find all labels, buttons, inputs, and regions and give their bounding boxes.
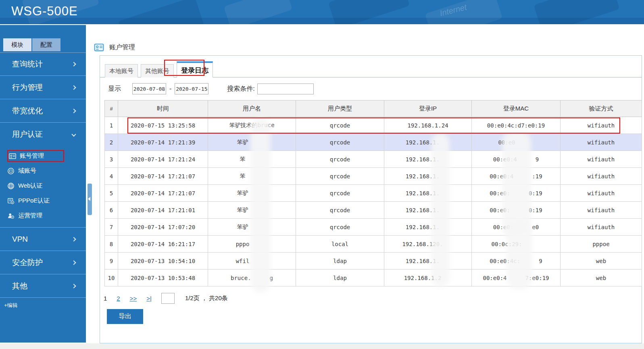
sidebar-item-account-mgmt[interactable]: 账号管理 <box>0 148 86 163</box>
cell-auth-method: web <box>561 253 642 270</box>
chevron-right-icon <box>71 284 76 288</box>
cell-index: 2 <box>105 134 118 151</box>
cell-login-ip: 192.168.1. <box>384 185 472 202</box>
login-log-table: # 时间 用户名 用户类型 登录IP 登录MAC 验证方式 1 2020-07-… <box>104 100 642 286</box>
cell-usertype: qrcode <box>296 134 384 151</box>
sidebar-collapse-handle[interactable] <box>88 184 92 215</box>
sidebar-item-operation-mgmt[interactable]: 运营管理 <box>0 208 86 223</box>
cell-login-ip: 192.168.1. <box>384 168 472 185</box>
cell-login-ip: 192.168.1.2 <box>384 270 472 286</box>
cell-login-mac: 00:e0:e0 <box>472 219 561 236</box>
cell-login-ip: 192.168.1. <box>384 202 472 219</box>
sidebar-item-label: 运营管理 <box>18 212 42 219</box>
col-header-auth-method: 验证方式 <box>561 100 642 117</box>
content-panel: 本地账号 其他账号 登录日志 显示 - 搜索条件: # 时间 用户名 用户类型 … <box>100 55 642 343</box>
page-last-link[interactable]: >| <box>146 295 152 302</box>
cell-login-mac: 00:e0:0:19 <box>472 185 561 202</box>
col-header-usertype: 用户类型 <box>296 100 384 117</box>
sidebar-item-bandwidth[interactable]: 带宽优化 <box>0 99 86 123</box>
cell-time: 2020-07-14 17:21:39 <box>118 134 208 151</box>
cell-auth-method: wifiauth <box>561 185 642 202</box>
cell-username: 笨 <box>208 168 296 185</box>
sidebar-submenu-user-auth: 账号管理 域账号 Web认证 <box>0 146 86 228</box>
cell-usertype: qrcode <box>296 185 384 202</box>
cell-login-mac: 00:e0 <box>472 134 561 151</box>
date-from-input[interactable] <box>132 83 166 94</box>
table-row[interactable]: 2 2020-07-14 17:21:39 笨驴 qrcode 192.168.… <box>105 134 642 151</box>
cell-login-ip: 192.168.1. <box>384 151 472 168</box>
chevron-down-icon <box>71 132 76 136</box>
sidebar-item-domain-account[interactable]: 域账号 <box>0 163 86 178</box>
sidebar-item-web-auth[interactable]: Web认证 <box>0 178 86 193</box>
tab-local-accounts[interactable]: 本地账号 <box>105 64 138 77</box>
date-to-input[interactable] <box>175 83 208 94</box>
cell-username: 笨驴 <box>208 219 296 236</box>
page-next-link[interactable]: >> <box>130 295 137 302</box>
cell-time: 2020-07-14 17:21:24 <box>118 151 208 168</box>
col-header-username: 用户名 <box>208 100 296 117</box>
cell-time: 2020-07-14 16:21:17 <box>118 236 208 253</box>
table-row[interactable]: 6 2020-07-14 17:21:01 笨驴 qrcode 192.168.… <box>105 202 642 219</box>
cell-index: 9 <box>105 253 118 270</box>
cell-time: 2020-07-14 17:21:07 <box>118 168 208 185</box>
cell-login-mac: 00:e0:49 <box>472 151 561 168</box>
cell-login-mac: 00:e0:4c:9 <box>472 253 561 270</box>
cell-usertype: ldap <box>296 253 384 270</box>
date-range-separator: - <box>169 85 171 92</box>
app-title: WSG-500E <box>11 4 78 19</box>
sidebar-item-security[interactable]: 安全防护 <box>0 251 86 274</box>
sidebar-tab-config[interactable]: 配置 <box>32 38 60 51</box>
sidebar-item-label: PPPoE认证 <box>18 197 50 205</box>
export-button[interactable]: 导出 <box>107 309 143 324</box>
page-link-2[interactable]: 2 <box>117 295 120 302</box>
table-row[interactable]: 1 2020-07-15 13:25:58 笨驴技术的bruce qrcode … <box>105 117 642 134</box>
cell-login-ip: 192.168.120. <box>384 236 472 253</box>
cell-index: 5 <box>105 185 118 202</box>
cell-username: 笨驴 <box>208 134 296 151</box>
page-bottom-strip <box>0 343 644 349</box>
filter-row: 显示 - 搜索条件: <box>108 83 314 94</box>
cell-username: 笨驴 <box>208 202 296 219</box>
sidebar-item-pppoe-auth[interactable]: PPPoE认证 <box>0 193 86 208</box>
cell-login-ip: 192.168.1. <box>384 134 472 151</box>
chevron-right-icon <box>71 260 76 265</box>
table-row[interactable]: 7 2020-07-14 17:07:20 笨驴 qrcode 192.168.… <box>105 219 642 236</box>
table-row[interactable]: 8 2020-07-14 16:21:17 pppo local 192.168… <box>105 236 642 253</box>
sidebar-item-label: 域账号 <box>18 167 36 175</box>
header-texture <box>0 18 644 24</box>
cell-username: 笨 <box>208 151 296 168</box>
search-label: 搜索条件: <box>227 85 254 93</box>
cell-auth-method: web <box>561 270 642 286</box>
cell-auth-method: wifiauth <box>561 117 642 134</box>
cell-login-ip: 192.168.1.24 <box>384 117 472 134</box>
table-row[interactable]: 5 2020-07-14 17:21:07 笨驴 qrcode 192.168.… <box>105 185 642 202</box>
login-log-table-body: 1 2020-07-15 13:25:58 笨驴技术的bruce qrcode … <box>105 117 642 286</box>
pagination: 1 2 >> >| 1/2页 ， 共20条 <box>104 293 228 304</box>
table-row[interactable]: 9 2020-07-13 10:54:10 wfil ldap 192.168.… <box>105 253 642 270</box>
cell-index: 10 <box>105 270 118 286</box>
table-row[interactable]: 4 2020-07-14 17:21:07 笨 qrcode 192.168.1… <box>105 168 642 185</box>
cell-username: pppo <box>208 236 296 253</box>
cell-time: 2020-07-14 17:07:20 <box>118 219 208 236</box>
sidebar-item-other[interactable]: 其他 <box>0 274 86 298</box>
tab-login-log[interactable]: 登录日志 <box>177 61 213 77</box>
sidebar-item-vpn[interactable]: VPN <box>0 228 86 251</box>
cell-auth-method: wifiauth <box>561 151 642 168</box>
cell-login-mac: 00:e0:4c:d7:e0:19 <box>472 117 561 134</box>
chevron-right-icon <box>71 62 76 66</box>
sidebar-mode-tabs: 模块 配置 <box>3 38 60 51</box>
sidebar-item-behavior-mgmt[interactable]: 行为管理 <box>0 76 86 99</box>
sidebar-item-query-stats[interactable]: 查询统计 <box>0 52 86 76</box>
sidebar-tab-module[interactable]: 模块 <box>3 38 31 51</box>
sidebar-menu: 查询统计 行为管理 带宽优化 用户认证 <box>0 52 86 298</box>
table-row[interactable]: 3 2020-07-14 17:21:24 笨 qrcode 192.168.1… <box>105 151 642 168</box>
sidebar-edit-link[interactable]: +编辑 <box>4 302 18 309</box>
table-row[interactable]: 10 2020-07-13 10:53:48 bruce.g ldap 192.… <box>105 270 642 286</box>
page-goto-input[interactable] <box>161 293 175 304</box>
search-input[interactable] <box>257 84 314 94</box>
cell-auth-method: wifiauth <box>561 219 642 236</box>
cell-username: 笨驴技术的bruce <box>208 117 296 134</box>
sidebar-item-user-auth[interactable]: 用户认证 <box>0 123 86 146</box>
tab-other-accounts[interactable]: 其他账号 <box>141 64 174 77</box>
cell-login-mac: 00:0c:29: <box>472 236 561 253</box>
